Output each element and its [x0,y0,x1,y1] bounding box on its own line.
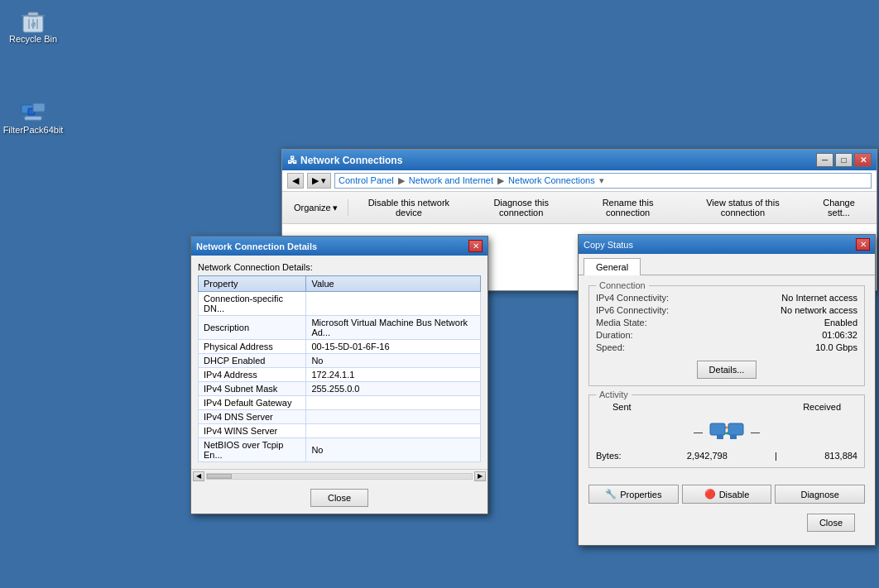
connection-status-row: Duration:01:06:32 [596,330,857,340]
svg-text:↺: ↺ [31,22,36,29]
minimize-button[interactable]: ─ [816,153,833,167]
property-cell: IPv4 Address [199,368,306,382]
breadcrumb-dropdown[interactable]: ▾ [599,175,604,185]
bytes-key-label: Bytes: [596,451,622,461]
organize-dropdown-icon: ▾ [333,203,338,213]
svg-rect-9 [33,103,45,112]
property-cell: DHCP Enabled [199,354,306,368]
status-value: Enabled [824,318,857,327]
organize-button[interactable]: Organize ▾ [287,200,344,216]
disable-button[interactable]: 🔴 Disable [682,485,772,504]
property-cell: NetBIOS over Tcpip En... [199,438,306,462]
status-body: Connection IPv4 Connectivity:No Internet… [579,275,875,478]
diagnose-connection-button[interactable]: Diagnose this connection [468,195,574,220]
value-cell: 00-15-5D-01-6F-16 [306,340,481,354]
scroll-left-button[interactable]: ◀ [193,471,204,481]
address-bar: ◀ ▶ ▾ Control Panel ▶ Network and Intern… [282,170,877,192]
sent-arrow: — [694,427,703,437]
activity-group-label: Activity [596,390,632,399]
property-cell: IPv4 Default Gateway [199,396,306,410]
scroll-right-button[interactable]: ▶ [474,471,486,481]
connection-status-row: IPv6 Connectivity:No network access [596,305,857,315]
status-value: No network access [781,305,857,315]
table-row: IPv4 WINS Server [199,424,481,438]
forward-button[interactable]: ▶ ▾ [307,173,331,189]
connection-status-row: Speed:10.0 Gbps [596,342,857,352]
organize-label: Organize [294,203,331,213]
value-column-header: Value [306,276,481,292]
change-settings-button[interactable]: Change sett... [806,195,872,220]
scroll-track[interactable] [206,473,473,480]
details-action-button[interactable]: Details... [697,361,757,379]
disable-network-device-button[interactable]: Disable this network device [352,195,467,220]
diagnose-button[interactable]: Diagnose [775,485,865,504]
close-window-button[interactable]: ✕ [854,153,872,167]
view-status-button[interactable]: View status of this connection [681,195,805,220]
value-cell [306,410,481,424]
address-path[interactable]: Control Panel ▶ Network and Internet ▶ N… [334,173,872,189]
property-cell: IPv4 Subnet Mask [199,382,306,396]
status-key: Media State: [596,318,647,327]
details-dialog-close-button[interactable]: ✕ [468,240,483,252]
tab-bar: General [579,254,875,275]
properties-button[interactable]: 🔧 Properties [588,485,679,504]
breadcrumb-network-connections[interactable]: Network Connections [508,175,595,185]
filterpack-icon[interactable]: FilterPack64bit [4,95,62,138]
table-row: IPv4 Default Gateway [199,396,481,410]
activity-group: Activity Sent Received — [588,394,865,468]
breadcrumb-control-panel[interactable]: Control Panel [339,175,394,185]
recycle-bin-image: ↺ [20,7,46,34]
details-dialog-title: Network Connection Details [196,241,317,251]
recycle-bin-label: Recycle Bin [9,34,57,44]
scroll-thumb[interactable] [207,474,232,479]
svg-rect-24 [730,435,737,439]
back-button[interactable]: ◀ [287,173,304,189]
details-section-label: Network Connection Details: [198,262,481,272]
table-row: Physical Address00-15-5D-01-6F-16 [199,340,481,354]
breadcrumb-sep-2: ▶ [497,175,507,185]
table-row: DescriptionMicrosoft Virtual Machine Bus… [199,316,481,340]
breadcrumb-sep-1: ▶ [398,175,407,185]
svg-rect-11 [25,117,41,120]
copy-status-dialog: Copy Status ✕ General Connection IPv4 Co… [578,234,876,546]
copy-status-close-button[interactable]: ✕ [856,238,870,251]
horizontal-scrollbar[interactable]: ◀ ▶ [191,469,488,482]
copy-status-titlebar: Copy Status ✕ [579,235,875,254]
value-cell [306,396,481,410]
network-connections-titlebar: 🖧 Network Connections ─ □ ✕ [282,150,877,170]
activity-icons-row: — — [596,417,857,446]
status-key: IPv6 Connectivity: [596,305,669,315]
maximize-button[interactable]: □ [835,153,853,167]
filterpack-label: FilterPack64bit [3,125,64,135]
network-connection-details-dialog: Network Connection Details ✕ Network Con… [190,236,488,514]
breadcrumb-network-internet[interactable]: Network and Internet [409,175,493,185]
svg-rect-23 [717,435,723,439]
connection-group-label: Connection [596,280,649,290]
rename-connection-button[interactable]: Rename this connection [576,195,680,220]
disable-button-label: Disable [719,490,750,500]
tab-general-label: General [596,262,628,272]
property-cell: IPv4 WINS Server [199,424,306,438]
table-row: DHCP EnabledNo [199,354,481,368]
network-activity-icon [706,417,747,446]
value-cell [306,424,481,438]
toolbar: Organize ▾ Disable this network device D… [282,192,877,224]
status-key: Duration: [596,330,633,340]
tab-general[interactable]: General [584,258,641,275]
copy-status-title: Copy Status [584,240,633,250]
copy-status-close-bottom-button[interactable]: Close [807,514,855,532]
desktop: ↺ Recycle Bin FilterPack64bit 🖧 Network … [0,0,879,588]
activity-label-row: Sent Received [596,402,857,412]
details-close-button[interactable]: Close [310,489,368,507]
toolbar-separator-1 [348,199,348,216]
filterpack-image [20,98,46,125]
connection-group: Connection IPv4 Connectivity:No Internet… [588,285,865,386]
recycle-bin-icon[interactable]: ↺ Recycle Bin [4,4,62,47]
svg-rect-17 [710,423,725,435]
value-cell: Microsoft Virtual Machine Bus Network Ad… [306,316,481,340]
property-cell: IPv4 DNS Server [199,410,306,424]
status-value: 10.0 Gbps [815,342,857,352]
svg-rect-18 [728,423,743,435]
details-action-label: Details... [709,365,745,375]
properties-label: Properties [620,490,661,500]
